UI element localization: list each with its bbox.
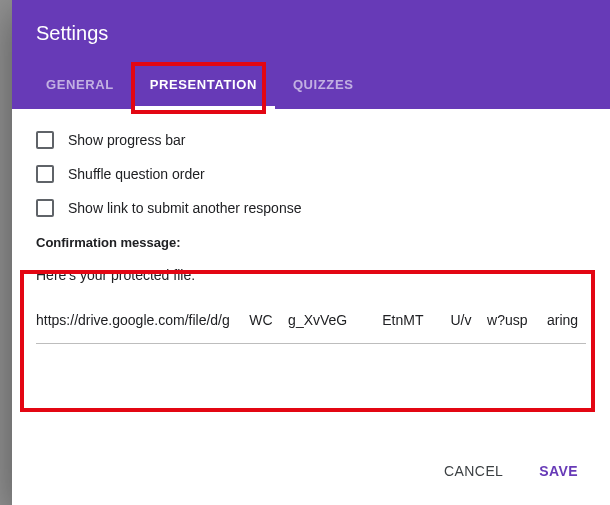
option-progress-bar[interactable]: Show progress bar bbox=[36, 131, 586, 149]
dialog-actions: Cancel Save bbox=[12, 453, 610, 505]
settings-dialog: Settings General Presentation Quizzes Sh… bbox=[12, 0, 610, 505]
option-label: Show link to submit another response bbox=[68, 200, 301, 216]
option-submit-another[interactable]: Show link to submit another response bbox=[36, 199, 586, 217]
tab-presentation[interactable]: Presentation bbox=[132, 63, 275, 109]
option-label: Show progress bar bbox=[68, 132, 186, 148]
checkbox-icon bbox=[36, 165, 54, 183]
checkbox-icon bbox=[36, 199, 54, 217]
confirmation-section: Confirmation message: bbox=[36, 235, 586, 348]
tab-bar: General Presentation Quizzes bbox=[12, 63, 610, 109]
dialog-header: Settings General Presentation Quizzes bbox=[12, 0, 610, 109]
save-button[interactable]: Save bbox=[525, 453, 592, 489]
option-label: Shuffle question order bbox=[68, 166, 205, 182]
checkbox-icon bbox=[36, 131, 54, 149]
confirmation-label: Confirmation message: bbox=[36, 235, 586, 250]
dialog-title: Settings bbox=[12, 0, 610, 63]
dialog-body: Show progress bar Shuffle question order… bbox=[12, 109, 610, 453]
confirmation-message-input[interactable] bbox=[36, 262, 586, 344]
cancel-button[interactable]: Cancel bbox=[430, 453, 517, 489]
tab-quizzes[interactable]: Quizzes bbox=[275, 63, 372, 109]
option-shuffle[interactable]: Shuffle question order bbox=[36, 165, 586, 183]
tab-general[interactable]: General bbox=[28, 63, 132, 109]
